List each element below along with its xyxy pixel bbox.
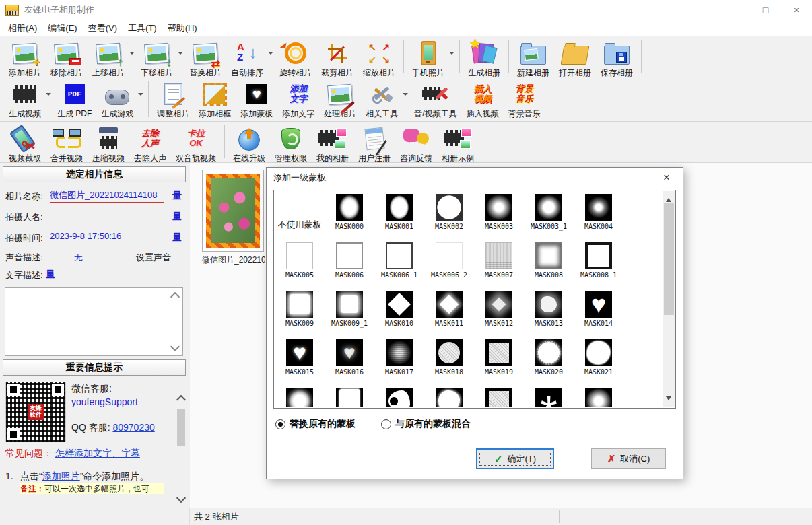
mask-item-MASK016[interactable]: MASK016	[325, 337, 374, 385]
mask-item-partial[interactable]	[574, 385, 623, 407]
av-tools-button[interactable]: 音/视频工具	[409, 79, 461, 121]
mask-item-MASK021[interactable]: MASK021	[574, 337, 623, 385]
mask-scroll-up-icon[interactable]	[666, 195, 671, 202]
mask-item-MASK006[interactable]: MASK006	[325, 240, 374, 288]
generate-game-button[interactable]: 生成游戏	[96, 79, 138, 121]
generate-video-dropdown-arrow-icon[interactable]	[46, 93, 51, 98]
mask-item-none[interactable]: 不使用蒙板	[275, 191, 325, 240]
move-down-photo-dropdown-arrow-icon[interactable]	[178, 52, 183, 57]
add-text-button[interactable]: 添加文字添加文字	[277, 79, 319, 121]
add-photo-button[interactable]: +添加相片	[4, 38, 46, 80]
field-value-input[interactable]: 2023-9-8 17:50:16	[50, 231, 164, 244]
mask-item-MASK010[interactable]: MASK010	[374, 288, 424, 337]
field-batch-button[interactable]: 量	[172, 232, 182, 244]
generate-pdf-button[interactable]: PDF生成 PDF	[53, 79, 96, 121]
mask-scroll-thumb[interactable]	[664, 203, 674, 315]
remove-photo-button[interactable]: 移除相片	[46, 38, 88, 80]
mask-item-MASK015[interactable]: MASK015	[275, 337, 325, 385]
field-value-input[interactable]: 微信图片_20221024114108	[50, 189, 164, 203]
replace-photo-button[interactable]: ⇄替换相片	[184, 38, 226, 80]
new-album-button[interactable]: 新建相册	[512, 38, 554, 80]
field-value-input[interactable]	[50, 210, 164, 223]
mask-item-MASK014[interactable]: MASK014	[574, 288, 623, 337]
add-frame-button[interactable]: 添加相框	[194, 79, 236, 121]
sound-none-link[interactable]: 无	[74, 252, 83, 264]
field-batch-button[interactable]: 量	[172, 190, 182, 202]
dual-track-video-button[interactable]: 卡拉OK双音轨视频	[171, 124, 221, 166]
album-samples-button[interactable]: 相册示例	[437, 124, 479, 166]
mask-item-MASK011[interactable]: MASK011	[424, 288, 474, 337]
auto-sort-dropdown-arrow-icon[interactable]	[268, 52, 273, 57]
mask-item-MASK002[interactable]: MASK002	[424, 191, 474, 240]
menu-item-e[interactable]: 编辑(E)	[45, 21, 85, 36]
photo-thumbnail[interactable]	[202, 170, 264, 252]
menu-item-v[interactable]: 查看(V)	[86, 21, 125, 36]
mask-item-partial[interactable]	[474, 385, 524, 407]
move-down-photo-button[interactable]: ↓下移相片	[136, 38, 178, 80]
panel-scroll-down-icon[interactable]	[176, 493, 186, 503]
mask-item-MASK006_2[interactable]: MASK006_2	[424, 240, 474, 288]
user-register-button[interactable]: 用户注册	[353, 124, 395, 166]
related-tools-button[interactable]: 相关工具	[361, 79, 403, 121]
mask-item-MASK008[interactable]: MASK008	[524, 240, 574, 288]
mask-scroll-down-icon[interactable]	[666, 396, 671, 403]
insert-video-button[interactable]: 插入视频插入视频	[462, 79, 504, 121]
compress-video-button[interactable]: 压缩视频	[88, 124, 129, 166]
crop-photo-button[interactable]: 裁剪相片	[316, 38, 358, 80]
rotate-photo-button[interactable]: 旋转相片	[275, 38, 316, 80]
related-tools-dropdown-arrow-icon[interactable]	[403, 93, 408, 98]
generate-game-dropdown-arrow-icon[interactable]	[138, 93, 143, 98]
panel-scroll-up-icon[interactable]	[176, 395, 186, 405]
mask-item-partial[interactable]	[275, 385, 325, 407]
mask-item-partial[interactable]	[524, 385, 574, 407]
process-photo-button[interactable]: 处理相片	[319, 79, 361, 121]
qq-number-link[interactable]: 80970230	[112, 422, 154, 433]
move-up-photo-dropdown-arrow-icon[interactable]	[129, 52, 135, 57]
mask-item-partial[interactable]	[325, 385, 374, 407]
mask-item-MASK018[interactable]: MASK018	[424, 337, 474, 385]
menu-item-t[interactable]: 工具(T)	[125, 21, 165, 36]
set-sound-button[interactable]: 设置声音	[136, 252, 171, 264]
mask-item-MASK020[interactable]: MASK020	[524, 337, 574, 385]
radio-replace-mask[interactable]: 替换原有的蒙板	[275, 418, 356, 430]
mask-item-MASK005[interactable]: MASK005	[275, 240, 325, 288]
mask-item-MASK013[interactable]: MASK013	[524, 288, 574, 337]
feedback-button[interactable]: 咨询反馈	[395, 124, 437, 166]
maximize-button[interactable]: □	[750, 0, 781, 20]
background-music-button[interactable]: 背景音乐背景音乐	[504, 79, 545, 121]
text-batch-button[interactable]: 量	[46, 269, 55, 281]
close-button[interactable]: ×	[781, 0, 812, 20]
generate-video-button[interactable]: 生成视频	[4, 79, 46, 121]
faq-link[interactable]: 怎样添加文字、字幕	[55, 448, 140, 458]
move-up-photo-button[interactable]: ↑上移相片	[88, 38, 129, 80]
mask-item-MASK006_1[interactable]: MASK006_1	[374, 240, 424, 288]
video-capture-button[interactable]: 视频截取	[4, 124, 46, 166]
online-update-button[interactable]: 在线升级	[228, 124, 270, 166]
manage-permission-button[interactable]: 管理权限	[270, 124, 312, 166]
scroll-up-icon[interactable]	[170, 292, 180, 302]
mask-item-MASK009[interactable]: MASK009	[275, 288, 325, 337]
mask-item-MASK019[interactable]: MASK019	[474, 337, 524, 385]
dialog-close-icon[interactable]: ×	[657, 171, 676, 184]
mask-item-partial[interactable]	[374, 385, 424, 407]
menu-item-a[interactable]: 相册(A)	[5, 21, 45, 36]
add-mask-button[interactable]: ♥添加蒙板	[236, 79, 277, 121]
adjust-photo-button[interactable]: 调整相片	[152, 79, 194, 121]
cancel-button[interactable]: ✗ 取消(C)	[591, 448, 666, 469]
phone-photo-button[interactable]: 手机照片	[407, 38, 449, 80]
phone-photo-dropdown-arrow-icon[interactable]	[449, 52, 454, 57]
text-description-box[interactable]	[5, 287, 183, 356]
panel-scrollbar[interactable]	[176, 395, 187, 503]
remove-vocal-button[interactable]: 去除人声去除人声	[129, 124, 171, 166]
mask-item-partial[interactable]	[424, 385, 474, 407]
radio-blend-mask[interactable]: 与原有的蒙板混合	[381, 418, 471, 430]
mask-item-MASK007[interactable]: MASK007	[474, 240, 524, 288]
field-batch-button[interactable]: 量	[172, 211, 182, 223]
auto-sort-button[interactable]: AZ↓自动排序	[226, 38, 268, 80]
mask-item-MASK004[interactable]: MASK004	[574, 191, 623, 240]
mask-list-scrollbar[interactable]	[663, 191, 675, 407]
panel-scroll-thumb[interactable]	[177, 409, 185, 446]
my-albums-button[interactable]: 我的相册	[312, 124, 353, 166]
generate-album-button[interactable]: ★生成相册	[463, 38, 505, 80]
save-album-button[interactable]: 保存相册	[596, 38, 638, 80]
